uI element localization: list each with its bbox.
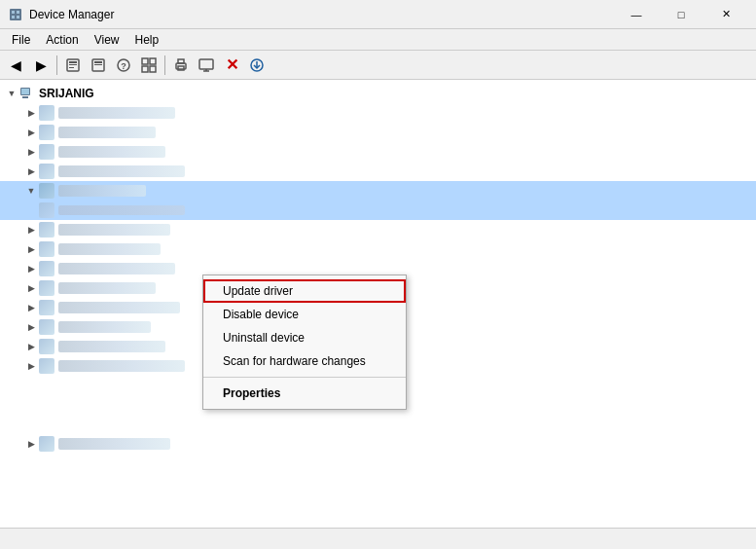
print-button[interactable] [169, 54, 193, 77]
cat-row-6[interactable]: ▶ [0, 220, 756, 239]
cat-icon-5 [39, 183, 54, 199]
cat-row-1[interactable]: ▶ [0, 103, 756, 123]
cat-icon-13 [39, 358, 54, 374]
cat-label-1 [58, 107, 175, 119]
maximize-button[interactable]: □ [659, 0, 703, 29]
minimize-button[interactable]: — [614, 0, 659, 29]
ctx-scan-changes[interactable]: Scan for hardware changes [203, 349, 406, 373]
cat-icon-8 [39, 261, 54, 276]
cat-icon-3 [39, 144, 54, 160]
cat-icon-4 [39, 164, 54, 179]
cat-chevron-12: ▶ [23, 339, 39, 354]
svg-rect-6 [69, 61, 77, 63]
uninstall-button[interactable]: ✕ [220, 54, 243, 77]
menu-view[interactable]: View [87, 31, 127, 49]
cat-label-4 [58, 165, 185, 177]
window-title: Device Manager [29, 8, 614, 21]
cat-chevron-5: ▼ [23, 183, 39, 199]
cat-row-5-expanded[interactable]: ▼ [0, 181, 756, 201]
cat-label-5 [58, 185, 146, 197]
cat-row-4[interactable]: ▶ [0, 162, 756, 181]
svg-rect-19 [178, 59, 184, 63]
cat-label-10 [58, 302, 180, 313]
svg-rect-16 [142, 66, 148, 72]
cat-label-8 [58, 263, 175, 274]
cat-row-2[interactable]: ▶ [0, 123, 756, 142]
close-button[interactable]: ✕ [703, 0, 748, 29]
tree-root[interactable]: ▼ SRIJANIG [0, 84, 756, 103]
toolbar-sep-1 [56, 55, 57, 75]
device-item-selected[interactable] [0, 201, 756, 220]
screen-button[interactable] [195, 54, 218, 77]
cat-row-14[interactable]: ▶ [0, 434, 756, 454]
app-icon [8, 7, 23, 22]
cat-chevron-6: ▶ [23, 222, 39, 238]
properties-button[interactable] [61, 54, 85, 77]
svg-rect-17 [150, 66, 156, 72]
ctx-uninstall-device[interactable]: Uninstall device [203, 326, 406, 349]
cat-label-9 [58, 282, 156, 294]
ctx-properties[interactable]: Properties [203, 382, 406, 405]
cat-chevron-13: ▶ [23, 358, 39, 374]
cat-label-13 [58, 360, 185, 372]
svg-rect-11 [94, 64, 102, 65]
svg-rect-3 [12, 16, 15, 18]
cat-icon-6 [39, 222, 54, 238]
root-label: SRIJANIG [39, 87, 94, 100]
back-button[interactable]: ◀ [4, 54, 27, 77]
ctx-disable-device[interactable]: Disable device [203, 303, 406, 326]
cat-icon-14 [39, 436, 54, 452]
svg-rect-4 [17, 16, 19, 18]
window-controls: — □ ✕ [614, 0, 748, 29]
svg-rect-15 [150, 58, 156, 64]
menu-help[interactable]: Help [127, 31, 167, 49]
root-chevron: ▼ [4, 86, 19, 101]
cat-chevron-10: ▶ [23, 300, 39, 315]
cat-chevron-2: ▶ [23, 125, 39, 140]
main-area: ▼ SRIJANIG ▶ ▶ ▶ [0, 80, 756, 528]
cat-chevron-8: ▶ [23, 261, 39, 276]
cat-chevron-4: ▶ [23, 164, 39, 179]
menu-file[interactable]: File [4, 31, 38, 49]
download-button[interactable] [245, 54, 269, 77]
menu-action[interactable]: Action [38, 31, 86, 49]
svg-rect-10 [94, 61, 102, 63]
show-hidden-button[interactable] [137, 54, 161, 77]
title-bar: Device Manager — □ ✕ [0, 0, 756, 29]
cat-chevron-3: ▶ [23, 144, 39, 160]
cat-chevron-14: ▶ [23, 436, 39, 452]
update-button[interactable] [87, 54, 110, 77]
cat-row-3[interactable]: ▶ [0, 142, 756, 162]
svg-rect-7 [69, 64, 77, 65]
cat-label-12 [58, 341, 165, 352]
cat-icon-9 [39, 280, 54, 296]
cat-icon-2 [39, 125, 54, 140]
svg-rect-2 [17, 11, 19, 14]
cat-row-7[interactable]: ▶ [0, 239, 756, 259]
cat-chevron-7: ▶ [23, 241, 39, 257]
ctx-update-driver[interactable]: Update driver [203, 279, 406, 303]
svg-rect-8 [69, 67, 74, 68]
device-label-1 [58, 205, 185, 215]
cat-chevron-9: ▶ [23, 280, 39, 296]
cat-icon-7 [39, 241, 54, 257]
ctx-separator [203, 377, 406, 378]
svg-rect-20 [178, 66, 184, 70]
svg-rect-14 [142, 58, 148, 64]
context-menu: Update driver Disable device Uninstall d… [202, 274, 407, 410]
cat-label-3 [58, 146, 165, 158]
help-button[interactable]: ? [112, 54, 135, 77]
svg-rect-28 [22, 96, 28, 98]
toolbar: ◀ ▶ ? ✕ [0, 51, 756, 80]
svg-rect-27 [21, 89, 29, 94]
cat-chevron-11: ▶ [23, 319, 39, 335]
cat-label-14 [58, 438, 170, 450]
forward-button[interactable]: ▶ [29, 54, 53, 77]
cat-label-7 [58, 243, 161, 255]
cat-chevron-1: ▶ [23, 105, 39, 121]
toolbar-sep-2 [164, 55, 165, 75]
computer-icon [19, 86, 35, 101]
svg-rect-0 [10, 9, 21, 20]
device-icon-1 [39, 202, 54, 218]
cat-icon-11 [39, 319, 54, 335]
